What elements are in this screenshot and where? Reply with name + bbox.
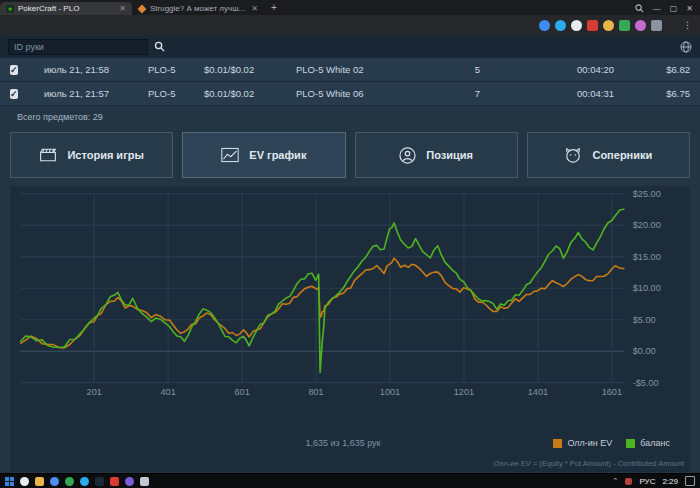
chart-icon	[221, 147, 239, 163]
browser-menu-icon[interactable]: ⋮	[683, 20, 692, 31]
profile-avatar[interactable]	[667, 20, 678, 31]
pokercraft-favicon: ♠	[6, 5, 14, 13]
svg-text:1401: 1401	[528, 388, 548, 398]
svg-text:201: 201	[87, 388, 102, 398]
legend-allin-swatch	[553, 439, 562, 448]
struggle-favicon	[137, 4, 146, 13]
hand-duration: 00:04:31	[480, 88, 614, 99]
tray-expand-icon[interactable]: ⌃	[613, 477, 619, 485]
row-checkbox[interactable]: ✓	[10, 65, 18, 75]
search-icon[interactable]	[154, 41, 165, 52]
tab-ev-graph[interactable]: EV график	[182, 132, 345, 178]
hand-players: 5	[444, 64, 480, 75]
cat-icon	[564, 147, 582, 163]
clapperboard-icon	[39, 147, 57, 163]
legend-allin[interactable]: Олл-ин EV	[553, 438, 612, 448]
hand-date: июль 21, 21:58	[44, 64, 148, 75]
extension-green-icon[interactable]	[619, 20, 630, 31]
close-tab-icon[interactable]: ✕	[251, 5, 258, 13]
hand-row[interactable]: ✓ июль 21, 21:58 PLO-5 $0.01/$0.02 PLO-5…	[0, 58, 700, 82]
windows-taskbar: ⌃ РУС 2:29	[0, 473, 700, 488]
svg-text:1601: 1601	[602, 388, 622, 398]
new-tab-button[interactable]: +	[264, 2, 284, 13]
total-items-label: Всего предметов: 29	[0, 106, 700, 126]
taskbar-browser-icon[interactable]	[50, 477, 59, 486]
hand-row[interactable]: ✓ июль 21, 21:57 PLO-5 $0.01/$0.02 PLO-5…	[0, 82, 700, 106]
window-controls: — ▢ ✕	[635, 4, 700, 15]
svg-text:801: 801	[308, 388, 323, 398]
taskbar-app2-icon[interactable]	[140, 477, 149, 486]
language-indicator[interactable]: РУС	[639, 477, 655, 486]
tab-game-history[interactable]: История игры	[10, 132, 173, 178]
hand-search-bar	[0, 35, 700, 58]
svg-text:-$5.00: -$5.00	[633, 378, 659, 388]
notification-center-icon[interactable]	[685, 476, 695, 486]
puzzle-icon[interactable]	[651, 20, 662, 31]
globe-icon[interactable]	[680, 41, 692, 53]
hand-table-name: PLO-5 White 02	[296, 64, 444, 75]
row-checkbox[interactable]: ✓	[10, 89, 18, 99]
hand-date: июль 21, 21:57	[44, 88, 148, 99]
svg-text:601: 601	[234, 388, 249, 398]
tab-search-icon[interactable]	[635, 4, 644, 13]
svg-text:1201: 1201	[454, 388, 474, 398]
tab-position[interactable]: Позиция	[355, 132, 518, 178]
browser-tab-bar: ♠ PokerCraft - PLO ✕ Struggle? А может л…	[0, 0, 700, 15]
avatar-pink-icon[interactable]	[635, 20, 646, 31]
taskbar-search-icon[interactable]	[20, 477, 29, 486]
minimize-button[interactable]: —	[653, 4, 661, 13]
ev-chart-panel: $25.00$20.00$15.00$10.00$5.00$0.00-$5.00…	[10, 186, 690, 472]
hand-amount: $6.82	[614, 64, 690, 75]
ev-formula-footnote: Олл-ин EV = (Equity * Pot Amount) - Cont…	[493, 459, 684, 468]
close-window-button[interactable]: ✕	[686, 4, 693, 13]
position-icon	[399, 147, 416, 164]
hand-id-search-input[interactable]	[8, 39, 148, 55]
browser-tab-pokercraft[interactable]: ♠ PokerCraft - PLO ✕	[0, 2, 132, 15]
extension-red-icon[interactable]	[587, 20, 598, 31]
tray-icon[interactable]	[625, 478, 632, 485]
tab-label: EV график	[249, 149, 306, 161]
svg-text:401: 401	[160, 388, 175, 398]
taskbar-telegram-icon[interactable]	[80, 477, 89, 486]
svg-text:1001: 1001	[380, 388, 400, 398]
hand-game: PLO-5	[148, 64, 204, 75]
maximize-button[interactable]: ▢	[670, 4, 678, 13]
legend-balance-swatch	[626, 439, 635, 448]
avatar-yellow-icon[interactable]	[603, 20, 614, 31]
browser-tab-struggle[interactable]: Struggle? А может лучш... ✕	[132, 2, 264, 15]
heart-icon[interactable]	[571, 20, 582, 31]
pokercraft-app: ✓ июль 21, 21:58 PLO-5 $0.01/$0.02 PLO-5…	[0, 35, 700, 474]
start-button[interactable]	[5, 477, 14, 486]
taskbar-folder-icon[interactable]	[35, 477, 44, 486]
svg-text:$20.00: $20.00	[633, 220, 661, 230]
legend-allin-label: Олл-ин EV	[567, 438, 612, 448]
telegram-icon[interactable]	[555, 20, 566, 31]
hand-players: 7	[444, 88, 480, 99]
legend-balance-label: баланс	[640, 438, 670, 448]
clock[interactable]: 2:29	[662, 477, 678, 486]
hand-stakes: $0.01/$0.02	[204, 88, 296, 99]
hand-table-name: PLO-5 White 06	[296, 88, 444, 99]
tab-title: PokerCraft - PLO	[18, 4, 115, 13]
svg-text:$5.00: $5.00	[633, 315, 656, 325]
svg-text:$25.00: $25.00	[633, 189, 661, 199]
tab-label: История игры	[67, 149, 143, 161]
svg-text:$10.00: $10.00	[633, 283, 661, 293]
legend-balance[interactable]: баланс	[626, 438, 670, 448]
close-tab-icon[interactable]: ✕	[119, 5, 126, 13]
taskbar-discord-icon[interactable]	[125, 477, 134, 486]
svg-text:$15.00: $15.00	[633, 252, 661, 262]
system-tray: ⌃ РУС 2:29	[613, 476, 695, 486]
taskbar-red-app-icon[interactable]	[110, 477, 119, 486]
taskbar-app-icon[interactable]	[65, 477, 74, 486]
tab-label: Соперники	[592, 149, 652, 161]
chart-footer: 1,635 из 1,635 рук Олл-ин EV баланс	[10, 438, 676, 452]
hand-game: PLO-5	[148, 88, 204, 99]
tab-opponents[interactable]: Соперники	[527, 132, 690, 178]
taskbar-steam-icon[interactable]	[95, 477, 104, 486]
chart-legend: Олл-ин EV баланс	[553, 438, 670, 448]
hand-amount: $6.75	[614, 88, 690, 99]
share-icon[interactable]	[539, 20, 550, 31]
svg-text:$0.00: $0.00	[633, 346, 656, 356]
view-tabs: История игры EV график Позиция Соперники	[0, 126, 700, 178]
